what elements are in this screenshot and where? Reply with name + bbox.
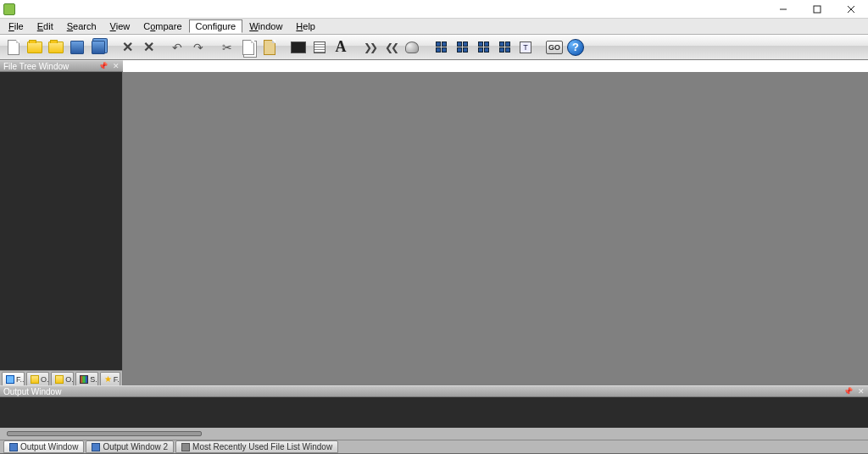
close-icon[interactable]: ✕ xyxy=(858,387,865,396)
filetree-tab-open1[interactable]: O. xyxy=(26,372,49,385)
menu-compare[interactable]: Compare xyxy=(136,19,188,33)
toolbar-sep xyxy=(111,37,114,58)
toolbar-sep xyxy=(161,37,164,58)
folder-icon xyxy=(27,42,42,53)
app-icon xyxy=(3,3,15,15)
cut-button[interactable]: ✂ xyxy=(217,37,237,58)
close-file-button[interactable]: ✕ xyxy=(117,37,137,58)
go-button[interactable]: GO xyxy=(544,37,565,58)
toolbar: ✕ ✕ ↶ ↷ ✂ A ❯❯ ❮❮ T GO ? xyxy=(0,35,868,60)
filetree-tabs: F.. O. O. S. ★F. xyxy=(0,370,122,385)
svg-rect-1 xyxy=(814,6,821,13)
output-title: Output Window xyxy=(3,387,61,396)
tile-2-button[interactable] xyxy=(452,37,472,58)
toolbar-sep xyxy=(425,37,428,58)
build-button[interactable] xyxy=(402,37,422,58)
horizontal-scrollbar[interactable] xyxy=(7,431,202,436)
workspace[interactable] xyxy=(123,72,868,385)
prev-button[interactable]: ❮❮ xyxy=(381,37,401,58)
list-button[interactable] xyxy=(309,37,330,58)
list-icon xyxy=(314,42,326,53)
save-all-button[interactable] xyxy=(88,37,108,58)
paste-icon xyxy=(264,40,275,55)
terminal-button[interactable] xyxy=(288,37,309,58)
titlebar-left xyxy=(0,3,19,15)
menu-search[interactable]: Search xyxy=(60,19,103,33)
kettle-icon xyxy=(405,42,419,53)
x-plus-icon: ✕ xyxy=(143,39,154,55)
tree-icon xyxy=(6,375,14,384)
pin-icon[interactable]: 📌 xyxy=(843,387,853,396)
copy-button[interactable] xyxy=(238,37,259,58)
menu-file[interactable]: File xyxy=(2,19,31,33)
filetree-panel: F.. O. O. S. ★F. xyxy=(0,72,123,385)
list-icon xyxy=(181,443,190,451)
toolbar-sep xyxy=(538,37,542,58)
folder-icon xyxy=(55,375,64,384)
output-icon xyxy=(92,443,100,451)
folder-arrow-icon xyxy=(48,42,64,53)
filetree-header: File Tree Window 📌 ✕ xyxy=(0,60,123,72)
font-button[interactable]: A xyxy=(331,37,351,58)
template-button[interactable]: T xyxy=(515,37,536,58)
grid-icon xyxy=(457,42,468,53)
minimize-button[interactable] xyxy=(766,0,800,19)
chevron-left-icon: ❮❮ xyxy=(385,42,397,53)
terminal-icon xyxy=(291,42,306,53)
toolbar-sep xyxy=(353,37,357,58)
help-button[interactable]: ? xyxy=(565,37,586,58)
output-tabs: Output Window Output Window 2 Most Recen… xyxy=(0,440,868,454)
maximize-button[interactable] xyxy=(800,0,834,19)
tab-output-window-2[interactable]: Output Window 2 xyxy=(86,440,174,453)
toolbar-sep xyxy=(211,37,214,58)
scissors-icon: ✂ xyxy=(222,41,232,54)
next-button[interactable]: ❯❯ xyxy=(359,37,380,58)
output-scrollbar-row xyxy=(0,428,868,440)
window-controls xyxy=(766,0,868,19)
tile-3-button[interactable] xyxy=(473,37,493,58)
menu-view[interactable]: View xyxy=(103,19,137,33)
close-all-button[interactable]: ✕ xyxy=(138,37,159,58)
chart-icon xyxy=(80,375,88,384)
menu-edit[interactable]: Edit xyxy=(31,19,60,33)
output-body[interactable] xyxy=(0,397,868,428)
tab-mru-window[interactable]: Most Recently Used File List Window xyxy=(175,440,338,453)
chevron-right-icon: ❯❯ xyxy=(364,42,376,53)
filetree-title: File Tree Window xyxy=(3,62,69,71)
go-icon: GO xyxy=(546,41,563,54)
filetree-tab-fav[interactable]: ★F. xyxy=(100,372,120,385)
menu-configure[interactable]: Configure xyxy=(189,19,243,33)
disk-stack-icon xyxy=(92,41,105,54)
open-recent-button[interactable] xyxy=(46,37,66,58)
menu-help[interactable]: Help xyxy=(289,19,322,33)
menubar: File Edit Search View Compare Configure … xyxy=(0,19,868,35)
star-icon: ★ xyxy=(104,374,112,384)
grid-icon xyxy=(499,42,510,53)
copy-icon xyxy=(242,40,254,55)
menu-window[interactable]: Window xyxy=(242,19,289,33)
paste-button[interactable] xyxy=(259,37,280,58)
redo-icon: ↷ xyxy=(193,41,203,54)
grid-icon xyxy=(436,42,447,53)
filetree-tab-open2[interactable]: O. xyxy=(51,372,74,385)
tile-1-button[interactable] xyxy=(431,37,451,58)
pin-icon[interactable]: 📌 xyxy=(98,62,108,70)
new-file-button[interactable] xyxy=(3,37,24,58)
toolbar-sep xyxy=(282,37,286,58)
close-button[interactable] xyxy=(834,0,868,19)
tab-output-window[interactable]: Output Window xyxy=(3,440,84,453)
close-icon[interactable]: ✕ xyxy=(113,62,120,70)
redo-button[interactable]: ↷ xyxy=(188,37,209,58)
filetree-tab-stats[interactable]: S. xyxy=(75,372,97,385)
page-icon xyxy=(8,40,19,55)
letter-a-icon: A xyxy=(336,38,347,56)
filetree-tab-files[interactable]: F.. xyxy=(2,372,25,385)
output-icon xyxy=(9,443,18,451)
save-button[interactable] xyxy=(67,37,87,58)
tile-4-button[interactable] xyxy=(494,37,515,58)
undo-button[interactable]: ↶ xyxy=(167,37,187,58)
filetree-body[interactable] xyxy=(0,72,122,370)
grid-icon xyxy=(478,42,489,53)
open-button[interactable] xyxy=(25,37,45,58)
titlebar xyxy=(0,0,868,19)
